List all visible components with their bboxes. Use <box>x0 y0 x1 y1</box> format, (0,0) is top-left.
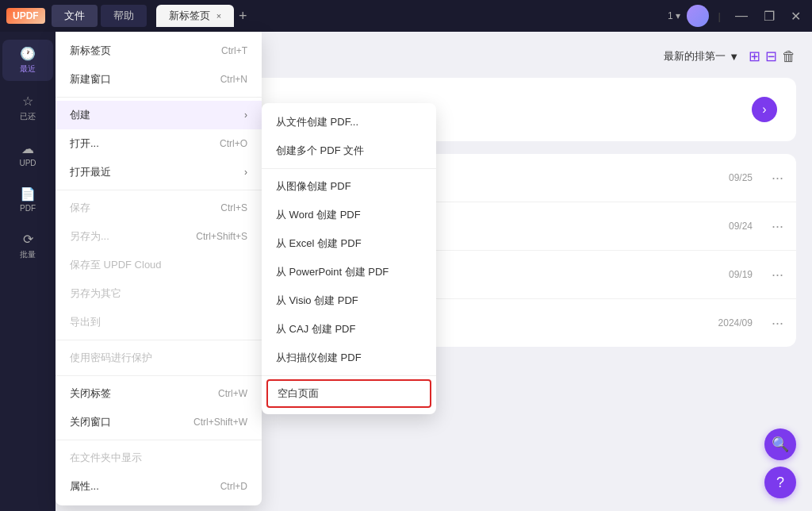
menu-item-properties-label: 属性... <box>70 479 99 494</box>
new-tab-button[interactable]: + <box>239 8 247 25</box>
submenu-item-from-file[interactable]: 从文件创建 PDF... <box>262 108 436 136</box>
menu-item-close-window-label: 关闭窗口 <box>70 415 111 429</box>
file-menu: 新标签页 Ctrl+T 新建窗口 Ctrl+N 创建 › 打开... Ctrl+… <box>56 32 262 505</box>
menu-item-new-tab-label: 新标签页 <box>70 44 111 58</box>
menu-item-new-window-label: 新建窗口 <box>70 72 111 86</box>
file-menu-button[interactable]: 文件 <box>52 5 98 27</box>
minimize-button[interactable]: — <box>730 9 753 23</box>
help-menu-button[interactable]: 帮助 <box>101 5 147 27</box>
menu-item-export: 导出到 <box>56 308 262 336</box>
menu-item-open[interactable]: 打开... Ctrl+O <box>56 129 262 158</box>
menu-item-close-tab-shortcut: Ctrl+W <box>218 388 247 399</box>
menu-item-close-window-shortcut: Ctrl+Shift+W <box>193 417 247 428</box>
submenu-item-from-image-label: 从图像创建 PDF <box>276 179 351 194</box>
submenu-item-from-caj[interactable]: 从 CAJ 创建 PDF <box>262 315 436 344</box>
submenu-item-from-excel-label: 从 Excel 创建 PDF <box>276 236 362 251</box>
submenu-item-from-word-label: 从 Word 创建 PDF <box>276 208 361 222</box>
menu-item-new-tab-shortcut: Ctrl+T <box>221 45 247 56</box>
menu-item-create[interactable]: 创建 › <box>56 101 262 129</box>
submenu-item-from-word[interactable]: 从 Word 创建 PDF <box>262 201 436 229</box>
win-separator: | <box>718 10 721 22</box>
menu-item-show-folder-label: 在文件夹中显示 <box>70 451 142 465</box>
menu-separator-2 <box>56 190 262 190</box>
menu-item-new-window-shortcut: Ctrl+N <box>220 74 247 85</box>
submenu-item-blank-page[interactable]: 空白页面 <box>266 379 431 408</box>
submenu-arrow-icon: › <box>244 110 247 121</box>
menu-separator <box>56 97 262 98</box>
menu-item-save-cloud: 保存至 UPDF Cloud <box>56 251 262 279</box>
dropdown-overlay: 新标签页 Ctrl+T 新建窗口 Ctrl+N 创建 › 打开... Ctrl+… <box>0 32 812 511</box>
menu-item-save: 保存 Ctrl+S <box>56 194 262 222</box>
menu-item-open-recent-label: 打开最近 <box>70 165 111 179</box>
tab-bar: 新标签页 × + <box>156 5 668 27</box>
menu-item-save-shortcut: Ctrl+S <box>220 202 247 213</box>
menu-item-save-other-label: 另存为其它 <box>70 286 121 301</box>
tab-label: 新标签页 <box>169 9 210 23</box>
menu-item-show-folder: 在文件夹中显示 <box>56 444 262 472</box>
avatar[interactable] <box>687 5 709 27</box>
menu-item-save-label: 保存 <box>70 201 90 215</box>
active-tab[interactable]: 新标签页 × <box>156 5 234 27</box>
menu-item-new-window[interactable]: 新建窗口 Ctrl+N <box>56 65 262 94</box>
menu-item-new-tab[interactable]: 新标签页 Ctrl+T <box>56 36 262 65</box>
submenu-separator <box>262 168 436 169</box>
menu-item-properties[interactable]: 属性... Ctrl+D <box>56 472 262 501</box>
submenu-item-from-caj-label: 从 CAJ 创建 PDF <box>276 322 355 336</box>
menu-item-save-other: 另存为其它 <box>56 279 262 308</box>
submenu-item-from-file-label: 从文件创建 PDF... <box>276 115 358 129</box>
submenu-item-blank-page-label: 空白页面 <box>278 386 319 401</box>
menu-item-open-label: 打开... <box>70 136 99 151</box>
open-recent-arrow-icon: › <box>244 167 247 178</box>
menu-item-protect-label: 使用密码进行保护 <box>70 351 152 365</box>
titlebar: UPDF 文件 帮助 新标签页 × + 1 ▾ | — ❐ ✕ <box>0 0 812 32</box>
menu-item-save-as-label: 另存为... <box>70 229 109 244</box>
restore-button[interactable]: ❐ <box>759 9 779 24</box>
submenu-item-multiple-pdf-label: 创建多个 PDF 文件 <box>276 144 364 158</box>
menu-separator-4 <box>56 375 262 376</box>
submenu-item-from-visio[interactable]: 从 Visio 创建 PDF <box>262 286 436 315</box>
menu-item-close-window[interactable]: 关闭窗口 Ctrl+Shift+W <box>56 408 262 436</box>
submenu-item-from-ppt[interactable]: 从 PowerPoint 创建 PDF <box>262 258 436 286</box>
menu-item-save-as: 另存为... Ctrl+Shift+S <box>56 222 262 251</box>
menu-item-open-shortcut: Ctrl+O <box>220 138 247 149</box>
submenu-item-multiple-pdf[interactable]: 创建多个 PDF 文件 <box>262 136 436 165</box>
menu-item-create-label: 创建 <box>70 108 90 122</box>
menu-item-export-label: 导出到 <box>70 315 101 329</box>
menu-separator-5 <box>56 440 262 440</box>
tab-close-button[interactable]: × <box>216 11 221 21</box>
version-badge[interactable]: 1 ▾ <box>668 10 680 21</box>
submenu-separator-2 <box>262 375 436 376</box>
titlebar-right: 1 ▾ | — ❐ ✕ <box>668 5 806 27</box>
submenu-item-from-scanner[interactable]: 从扫描仪创建 PDF <box>262 344 436 372</box>
menu-item-open-recent[interactable]: 打开最近 › <box>56 158 262 186</box>
menu-item-save-cloud-label: 保存至 UPDF Cloud <box>70 258 162 272</box>
menu-item-close-tab[interactable]: 关闭标签 Ctrl+W <box>56 379 262 408</box>
updf-logo: UPDF <box>6 8 45 24</box>
submenu-item-from-visio-label: 从 Visio 创建 PDF <box>276 294 358 308</box>
menu-item-save-as-shortcut: Ctrl+Shift+S <box>196 231 247 242</box>
menu-separator-3 <box>56 340 262 340</box>
menu-item-protect: 使用密码进行保护 <box>56 344 262 372</box>
submenu-item-from-image[interactable]: 从图像创建 PDF <box>262 172 436 201</box>
submenu-item-from-excel[interactable]: 从 Excel 创建 PDF <box>262 229 436 258</box>
submenu-item-from-scanner-label: 从扫描仪创建 PDF <box>276 351 362 365</box>
menu-item-close-tab-label: 关闭标签 <box>70 386 111 401</box>
menu-item-properties-shortcut: Ctrl+D <box>220 481 247 492</box>
close-button[interactable]: ✕ <box>786 9 806 24</box>
create-submenu: 从文件创建 PDF... 创建多个 PDF 文件 从图像创建 PDF 从 Wor… <box>262 103 436 414</box>
submenu-item-from-ppt-label: 从 PowerPoint 创建 PDF <box>276 265 389 279</box>
